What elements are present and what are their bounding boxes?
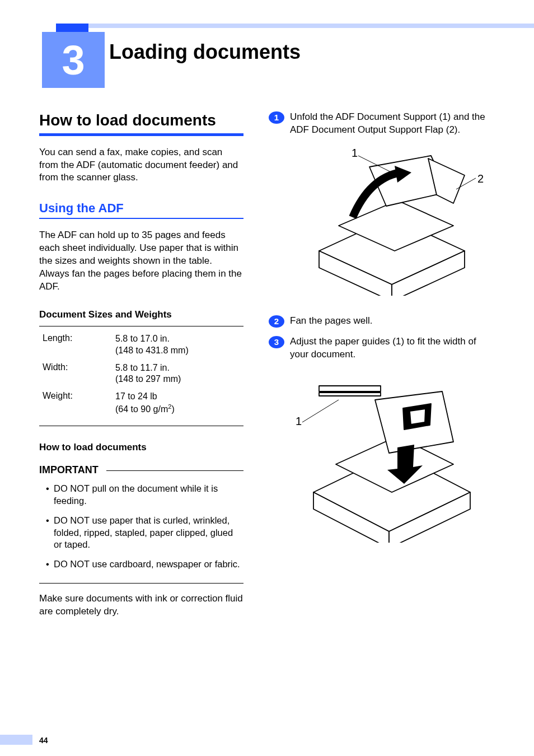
header-bar-light <box>56 24 534 28</box>
spec-label: Width: <box>43 362 115 386</box>
spec-value: 5.8 to 11.7 in. (148 to 297 mm) <box>115 362 243 386</box>
spec-heading: Document Sizes and Weights <box>39 309 243 320</box>
important-item: DO NOT pull on the document while it is … <box>39 483 243 507</box>
important-item: DO NOT use paper that is curled, wrinkle… <box>39 515 243 550</box>
adf-paragraph: The ADF can hold up to 35 pages and feed… <box>39 229 243 293</box>
intro-paragraph: You can send a fax, make copies, and sca… <box>39 146 243 185</box>
step-3: 3 Adjust the paper guides (1) to fit the… <box>269 335 493 361</box>
step-badge-3: 3 <box>269 336 284 348</box>
section-heading: How to load documents <box>39 111 243 136</box>
svg-rect-16 <box>319 386 381 391</box>
spec-value: 17 to 24 lb (64 to 90 g/m2) <box>115 391 243 416</box>
svg-rect-17 <box>319 393 381 396</box>
after-important-paragraph: Make sure documents with ink or correcti… <box>39 592 243 618</box>
chapter-number-box: 3 <box>42 32 105 88</box>
spec-table: Length: 5.8 to 17.0 in. (148 to 431.8 mm… <box>39 326 243 426</box>
spec-label: Length: <box>43 333 115 357</box>
svg-marker-5 <box>428 158 465 203</box>
spec-label: Weight: <box>43 391 115 416</box>
subsection-heading: Using the ADF <box>39 201 243 219</box>
chapter-title: Loading documents <box>109 40 301 64</box>
callout-1: 1 <box>352 147 358 159</box>
spec-row-width: Width: 5.8 to 11.7 in. (148 to 297 mm) <box>43 362 243 386</box>
spec-row-weight: Weight: 17 to 24 lb (64 to 90 g/m2) <box>43 391 243 416</box>
step-1: 1 Unfold the ADF Document Support (1) an… <box>269 111 493 137</box>
callout-2: 2 <box>477 172 484 185</box>
illustration-2: 1 <box>285 369 487 543</box>
howto-heading: How to load documents <box>39 442 243 453</box>
step-text: Fan the pages well. <box>290 315 493 328</box>
page-number: 44 <box>39 736 48 745</box>
illustration-1: 1 2 <box>285 144 487 296</box>
chapter-number: 3 <box>62 36 85 84</box>
callout-1: 1 <box>296 415 302 427</box>
important-heading: IMPORTANT <box>39 464 243 476</box>
svg-marker-15 <box>410 409 425 424</box>
left-column: How to load documents You can send a fax… <box>39 111 243 626</box>
step-badge-2: 2 <box>269 315 284 328</box>
spec-row-length: Length: 5.8 to 17.0 in. (148 to 431.8 mm… <box>43 333 243 357</box>
step-2: 2 Fan the pages well. <box>269 315 493 328</box>
step-text: Unfold the ADF Document Support (1) and … <box>290 111 493 137</box>
svg-line-19 <box>302 400 339 422</box>
step-text: Adjust the paper guides (1) to fit the w… <box>290 335 493 361</box>
important-item: DO NOT use cardboard, newspaper or fabri… <box>39 558 243 570</box>
important-list: DO NOT pull on the document while it is … <box>39 483 243 584</box>
page-tab <box>0 735 32 745</box>
step-badge-1: 1 <box>269 111 284 124</box>
right-column: 1 Unfold the ADF Document Support (1) an… <box>269 111 493 562</box>
spec-value: 5.8 to 17.0 in. (148 to 431.8 mm) <box>115 333 243 357</box>
